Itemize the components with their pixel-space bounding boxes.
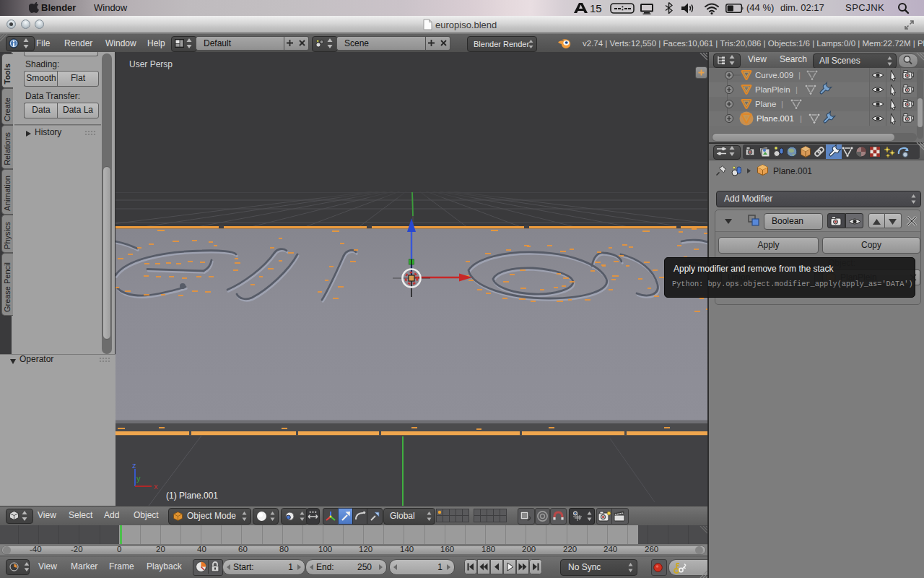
svg-text:User Persp: User Persp	[129, 59, 173, 69]
svg-text:Curve.009: Curve.009	[755, 71, 793, 79]
svg-text:Plane: Plane	[755, 100, 776, 108]
svg-text:|: |	[798, 71, 801, 79]
svg-text:PlanPlein: PlanPlein	[755, 85, 790, 94]
svg-text:|: |	[796, 85, 798, 94]
svg-text:|: |	[800, 114, 802, 123]
svg-text:|: |	[781, 100, 783, 108]
svg-text:Plane.001: Plane.001	[757, 114, 794, 123]
svg-text:y: y	[136, 474, 141, 483]
svg-text:z: z	[132, 461, 136, 470]
svg-text:15: 15	[590, 3, 602, 14]
svg-text:x: x	[154, 482, 158, 491]
svg-text:(1) Plane.001: (1) Plane.001	[166, 491, 218, 501]
